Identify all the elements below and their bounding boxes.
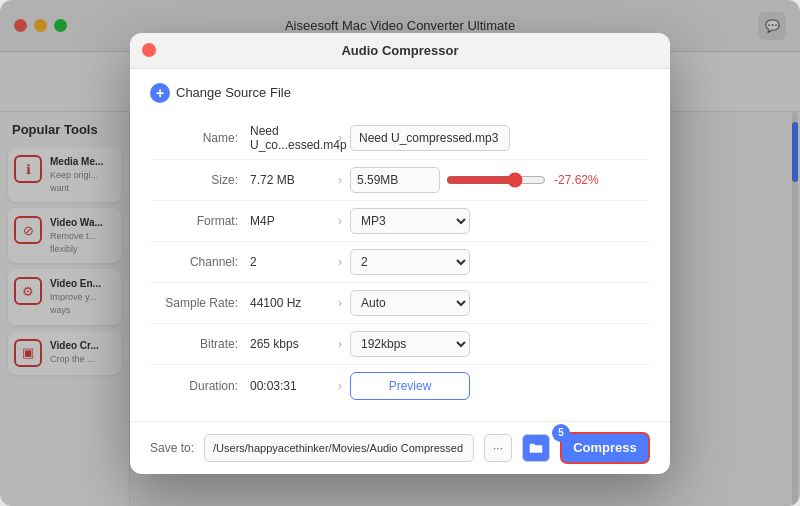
save-path-input[interactable]: [204, 434, 474, 462]
form-row-bitrate: Bitrate: 265 kbps › 192kbps 128kbps 256k…: [150, 324, 650, 365]
dialog-title-bar: Audio Compressor: [130, 33, 670, 69]
size-percent: -27.62%: [554, 173, 599, 187]
format-arrow-icon: ›: [338, 214, 342, 228]
dialog-close-button[interactable]: [142, 43, 156, 57]
compress-badge: 5: [552, 424, 570, 442]
format-value-left: M4P: [250, 214, 330, 228]
size-slider[interactable]: [446, 172, 546, 188]
audio-compressor-dialog: Audio Compressor + Change Source File Na…: [130, 33, 670, 474]
duration-arrow-icon: ›: [338, 379, 342, 393]
compress-button[interactable]: Compress: [560, 432, 650, 464]
save-to-label: Save to:: [150, 441, 194, 455]
format-label: Format:: [150, 214, 250, 228]
dialog-footer: Save to: ··· 5 Compress: [130, 421, 670, 474]
dialog-title: Audio Compressor: [341, 43, 458, 58]
form-row-duration: Duration: 00:03:31 › Preview: [150, 365, 650, 407]
preview-button[interactable]: Preview: [350, 372, 470, 400]
sample-value-left: 44100 Hz: [250, 296, 330, 310]
slider-container: -27.62%: [446, 172, 599, 188]
size-arrow-icon: ›: [338, 173, 342, 187]
channel-arrow-icon: ›: [338, 255, 342, 269]
save-folder-button[interactable]: [522, 434, 550, 462]
form-row-format: Format: M4P › MP3 AAC WAV FLAC: [150, 201, 650, 242]
name-value-left: Need U_co...essed.m4p: [250, 124, 330, 152]
bitrate-label: Bitrate:: [150, 337, 250, 351]
bitrate-select[interactable]: 192kbps 128kbps 256kbps 320kbps: [350, 331, 470, 357]
bitrate-value-left: 265 kbps: [250, 337, 330, 351]
sample-label: Sample Rate:: [150, 296, 250, 310]
size-input[interactable]: [351, 173, 440, 187]
name-input[interactable]: [350, 125, 510, 151]
plus-icon: +: [150, 83, 170, 103]
dialog-body: + Change Source File Name: Need U_co...e…: [130, 69, 670, 421]
size-input-wrap: ▲ ▼: [350, 167, 440, 193]
form-row-name: Name: Need U_co...essed.m4p ›: [150, 117, 650, 160]
sample-select[interactable]: Auto 44100 Hz 22050 Hz: [350, 290, 470, 316]
app-window: Aiseesoft Mac Video Converter Ultimate 💬: [0, 0, 800, 506]
size-row: ▲ ▼ -27.62%: [350, 167, 599, 193]
change-source-label: Change Source File: [176, 85, 291, 100]
form-row-channel: Channel: 2 › 2 1: [150, 242, 650, 283]
channel-label: Channel:: [150, 255, 250, 269]
size-value-left: 7.72 MB: [250, 173, 330, 187]
size-label: Size:: [150, 173, 250, 187]
form-row-sample: Sample Rate: 44100 Hz › Auto 44100 Hz 22…: [150, 283, 650, 324]
bitrate-arrow-icon: ›: [338, 337, 342, 351]
name-label: Name:: [150, 131, 250, 145]
format-select[interactable]: MP3 AAC WAV FLAC: [350, 208, 470, 234]
channel-value-left: 2: [250, 255, 330, 269]
save-more-button[interactable]: ···: [484, 434, 512, 462]
form-row-size: Size: 7.72 MB › ▲ ▼: [150, 160, 650, 201]
channel-select[interactable]: 2 1: [350, 249, 470, 275]
form-rows: Name: Need U_co...essed.m4p › Size: 7.72…: [150, 117, 650, 407]
duration-value-left: 00:03:31: [250, 379, 330, 393]
change-source-btn[interactable]: + Change Source File: [150, 83, 650, 103]
dialog-overlay: Audio Compressor + Change Source File Na…: [0, 0, 800, 506]
duration-label: Duration:: [150, 379, 250, 393]
compress-btn-wrap: 5 Compress: [560, 432, 650, 464]
sample-arrow-icon: ›: [338, 296, 342, 310]
name-arrow-icon: ›: [338, 131, 342, 145]
